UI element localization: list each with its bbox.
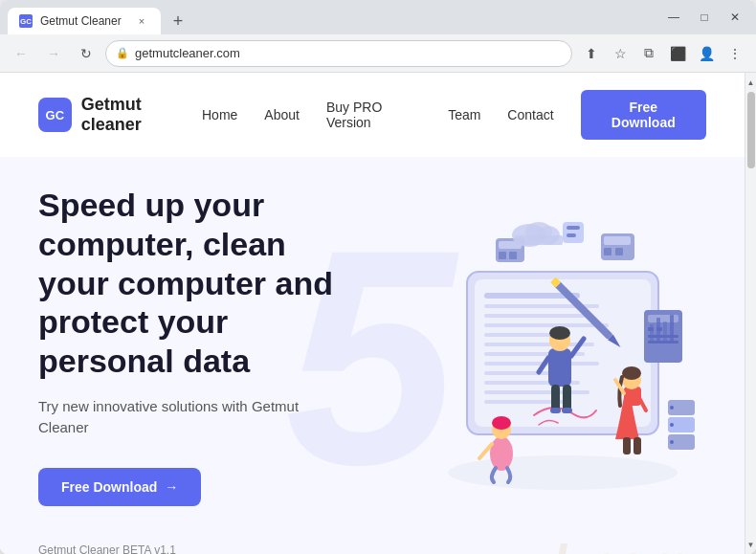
logo-name: Getmut cleaner [81,95,202,135]
browser-toolbar: ← → ↻ 🔒 getmutcleaner.com ⬆ ☆ ⧉ ⬛ 👤 ⋮ [0,34,756,73]
svg-rect-25 [650,324,654,343]
svg-rect-14 [484,390,589,394]
profile-button[interactable]: 👤 [693,40,720,67]
browser-window: GC Getmut Cleaner × + — □ ✕ ← → ↻ 🔒 getm… [0,0,756,554]
svg-rect-7 [484,323,609,327]
back-button[interactable]: ← [8,40,34,67]
svg-rect-36 [615,248,623,255]
nav-about[interactable]: About [264,107,300,122]
svg-rect-60 [634,437,641,454]
svg-point-1 [448,455,678,490]
svg-rect-34 [604,236,631,245]
toolbar-actions: ⬆ ☆ ⧉ ⬛ 👤 ⋮ [578,40,748,67]
hero-cta-button[interactable]: Free Download → [38,468,201,506]
hero-left: Speed up your computer, clean your compu… [38,176,343,554]
svg-point-64 [670,440,674,444]
menu-button[interactable]: ⋮ [722,40,748,67]
site-logo: GC Getmut cleaner [38,95,202,135]
hero-section: 5 Speed up your computer, clean your com… [0,157,745,554]
tab-close-button[interactable]: × [134,13,149,29]
svg-rect-6 [484,314,589,318]
scroll-track[interactable] [746,92,756,535]
svg-rect-59 [623,437,631,454]
cast-button[interactable]: ⬛ [664,40,691,67]
svg-rect-32 [509,252,517,259]
svg-rect-69 [567,233,576,237]
address-bar[interactable]: 🔒 getmutcleaner.com [105,40,572,67]
tab-area: GC Getmut Cleaner × + [8,0,653,34]
svg-point-43 [492,416,511,430]
maximize-button[interactable]: □ [691,4,718,31]
scroll-up-button[interactable]: ▲ [745,75,757,90]
hero-title: Speed up your computer, clean your compu… [38,186,343,381]
reload-button[interactable]: ↻ [73,40,100,67]
site-nav: Home About Buy PRO Version Team Contact … [202,90,706,140]
svg-line-44 [479,444,492,458]
hero-version: Getmut Cleaner BETA v1.1 Support Win11 |… [38,541,343,554]
hero-illustration [343,176,706,554]
svg-rect-45 [548,348,571,387]
new-tab-button[interactable]: + [165,8,191,34]
scroll-down-button[interactable]: ▼ [745,537,757,552]
tab-favicon: GC [19,14,33,28]
svg-point-41 [490,436,513,471]
hero-subtitle: Try new innovative solutions with Getmut… [38,396,325,439]
svg-rect-35 [604,248,611,255]
svg-rect-28 [670,315,674,343]
svg-rect-68 [567,226,580,230]
svg-rect-52 [550,408,561,413]
svg-point-65 [670,423,674,427]
svg-rect-50 [551,385,560,411]
scroll-thumb[interactable] [747,92,755,168]
svg-rect-40 [515,235,563,245]
forward-button[interactable]: → [40,40,67,67]
minimize-button[interactable]: — [660,4,687,31]
share-button[interactable]: ⬆ [578,40,605,67]
nav-team[interactable]: Team [448,107,480,122]
lock-icon: 🔒 [116,47,129,59]
svg-rect-31 [499,252,506,259]
svg-point-47 [549,326,570,340]
svg-rect-26 [656,318,660,343]
close-button[interactable]: ✕ [722,4,748,31]
svg-rect-27 [663,321,667,343]
svg-rect-51 [563,385,571,411]
bookmark-button[interactable]: ☆ [607,40,634,67]
window-controls: — □ ✕ [660,4,748,31]
page-content: GC Getmut cleaner Home About Buy PRO Ver… [0,73,745,554]
site-header: GC Getmut cleaner Home About Buy PRO Ver… [0,73,745,157]
svg-point-56 [622,366,641,380]
nav-buy-pro[interactable]: Buy PRO Version [326,100,421,130]
extensions-button[interactable]: ⧉ [635,40,662,67]
nav-home[interactable]: Home [202,107,237,122]
svg-rect-20 [648,315,678,322]
logo-icon: GC [38,98,72,132]
svg-point-66 [670,406,674,410]
title-bar: GC Getmut Cleaner × + — □ ✕ [0,0,756,34]
address-text: getmutcleaner.com [135,46,562,60]
nav-contact[interactable]: Contact [507,107,553,122]
tab-title: Getmut Cleaner [40,14,122,28]
scrollbar: ▲ ▼ [745,73,756,554]
svg-rect-67 [563,222,584,243]
svg-rect-53 [562,408,572,413]
header-cta-button[interactable]: Free Download [581,90,706,140]
browser-content-area: GC Getmut cleaner Home About Buy PRO Ver… [0,73,756,554]
browser-tab[interactable]: GC Getmut Cleaner × [8,8,161,34]
